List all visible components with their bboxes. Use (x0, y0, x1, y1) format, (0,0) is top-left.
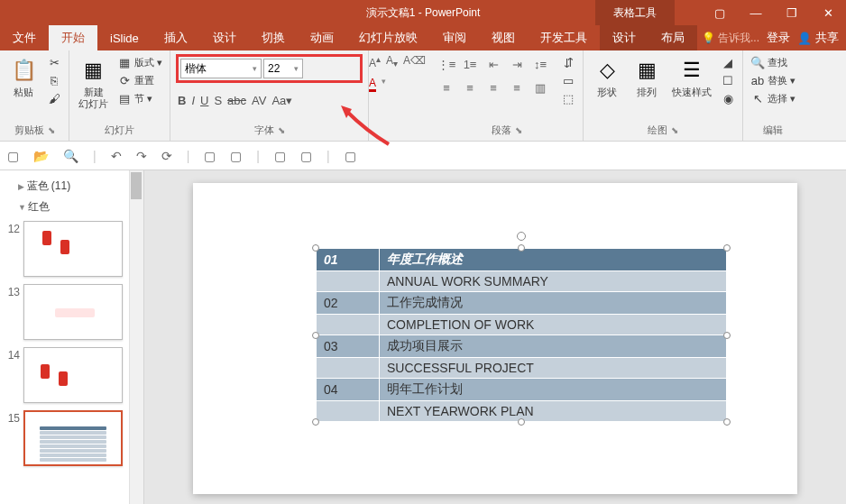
cut-button[interactable]: ✂ (45, 54, 63, 70)
tab-review[interactable]: 审阅 (430, 25, 479, 50)
line-spacing-button[interactable]: ↕≡ (530, 54, 550, 74)
clear-format-button[interactable]: A⌫ (403, 54, 426, 69)
cell-r0-en[interactable]: ANNUAL WORK SUMMARY (380, 271, 727, 292)
content-table[interactable]: 01年度工作概述 ANNUAL WORK SUMMARY 02工作完成情况 CO… (316, 248, 727, 422)
tab-file[interactable]: 文件 (0, 25, 49, 50)
resize-handle-nw[interactable] (312, 244, 319, 252)
arrange-button[interactable]: ▦ 排列 (629, 54, 665, 100)
tab-islide[interactable]: iSlide (97, 25, 152, 50)
paste-button[interactable]: 📋 粘贴 (5, 54, 41, 100)
qat-btn4[interactable]: ▢ (300, 149, 312, 163)
copy-button[interactable]: ⎘ (45, 72, 63, 88)
increase-indent-button[interactable]: ⇥ (507, 54, 527, 74)
cell-r1-en-num[interactable] (317, 315, 380, 335)
qat-save-icon[interactable]: 🔍 (63, 149, 78, 163)
qat-btn3[interactable]: ▢ (274, 149, 286, 163)
qat-btn2[interactable]: ▢ (230, 149, 242, 163)
cell-r2-en-num[interactable] (317, 358, 380, 379)
tab-transitions[interactable]: 切换 (249, 25, 298, 50)
login-button[interactable]: 登录 (767, 30, 790, 46)
qat-refresh-icon[interactable]: ⟳ (161, 149, 172, 163)
cell-r1-zh[interactable]: 工作完成情况 (380, 292, 727, 315)
resize-handle-se[interactable] (723, 418, 731, 426)
thumb-12[interactable]: 12 (0, 217, 143, 280)
select-button[interactable]: ↖选择 ▾ (749, 90, 797, 106)
italic-button[interactable]: I (191, 94, 195, 107)
rotate-handle[interactable] (517, 232, 526, 241)
quick-styles-button[interactable]: ☰ 快速样式 (668, 54, 715, 100)
drawing-launcher[interactable]: ⬊ (671, 125, 678, 135)
tab-slideshow[interactable]: 幻灯片放映 (346, 25, 430, 50)
text-direction-button[interactable]: ⇵ (559, 54, 577, 70)
shape-outline-button[interactable]: ☐ (719, 72, 737, 88)
cell-r3-en-num[interactable] (317, 401, 380, 422)
tab-design[interactable]: 设计 (200, 25, 249, 50)
align-left-button[interactable]: ≡ (437, 78, 456, 97)
font-color-button[interactable]: A (369, 77, 376, 92)
bold-button[interactable]: B (178, 94, 186, 107)
section-button[interactable]: ▤节 ▾ (115, 90, 164, 106)
char-spacing-button[interactable]: AV (252, 94, 266, 107)
qat-btn5[interactable]: ▢ (345, 149, 356, 163)
resize-handle-e[interactable] (723, 332, 731, 339)
align-center-button[interactable]: ≡ (460, 78, 480, 97)
panel-scrollbar[interactable] (129, 170, 143, 504)
resize-handle-sw[interactable] (312, 418, 319, 426)
resize-handle-n[interactable] (518, 244, 525, 252)
decrease-font-button[interactable]: A▾ (386, 54, 398, 69)
underline-button[interactable]: U (200, 94, 208, 107)
outline-group-red[interactable]: 红色 (0, 197, 143, 217)
qat-btn1[interactable]: ▢ (204, 149, 216, 163)
restore-button[interactable]: ❐ (774, 0, 810, 25)
columns-button[interactable]: ▥ (530, 78, 550, 97)
tab-table-design[interactable]: 设计 (600, 25, 648, 50)
paragraph-launcher[interactable]: ⬊ (515, 125, 522, 135)
shape-fill-button[interactable]: ◢ (719, 54, 737, 70)
increase-font-button[interactable]: A▴ (369, 54, 381, 69)
shapes-button[interactable]: ◇ 形状 (589, 54, 625, 100)
slide-canvas[interactable]: 01年度工作概述 ANNUAL WORK SUMMARY 02工作完成情况 CO… (144, 170, 846, 504)
tab-animations[interactable]: 动画 (298, 25, 346, 50)
qat-undo-icon[interactable]: ↶ (111, 149, 122, 163)
thumb-13[interactable]: 13 (0, 280, 143, 344)
close-button[interactable]: ✕ (810, 0, 846, 25)
thumb-14[interactable]: 14 (0, 344, 143, 407)
cell-r2-zh[interactable]: 成功项目展示 (380, 335, 727, 358)
shape-effects-button[interactable]: ◉ (719, 90, 737, 106)
cell-r0-num[interactable]: 01 (317, 249, 380, 271)
cell-r0-zh[interactable]: 年度工作概述 (380, 249, 727, 271)
align-text-button[interactable]: ▭ (559, 72, 577, 88)
ribbon-options-icon[interactable]: ▢ (702, 0, 738, 25)
decrease-indent-button[interactable]: ⇤ (483, 54, 503, 74)
format-painter-button[interactable]: 🖌 (45, 90, 63, 106)
font-size-input[interactable]: 22▾ (263, 59, 303, 78)
smartart-button[interactable]: ⬚ (559, 90, 577, 106)
font-launcher[interactable]: ⬊ (278, 125, 285, 135)
outline-group-blue[interactable]: 蓝色 (11) (0, 176, 143, 197)
resize-handle-ne[interactable] (723, 244, 731, 252)
font-name-input[interactable]: 楷体▾ (180, 59, 262, 78)
share-button[interactable]: 👤 共享 (797, 30, 839, 46)
tab-view[interactable]: 视图 (479, 25, 528, 50)
find-button[interactable]: 🔍查找 (749, 54, 797, 70)
qat-open-icon[interactable]: 📂 (33, 149, 49, 163)
align-right-button[interactable]: ≡ (483, 78, 503, 97)
tab-developer[interactable]: 开发工具 (528, 25, 600, 50)
qat-redo-icon[interactable]: ↷ (136, 149, 147, 163)
clipboard-launcher[interactable]: ⬊ (48, 125, 55, 135)
bullets-button[interactable]: ⋮≡ (437, 54, 456, 74)
minimize-button[interactable]: — (738, 0, 774, 25)
reset-button[interactable]: ⟳重置 (115, 72, 164, 88)
shadow-button[interactable]: S (214, 94, 222, 107)
cell-r2-en[interactable]: SUCCESSFUL PROJECT (380, 358, 727, 379)
cell-r2-num[interactable]: 03 (317, 335, 380, 358)
strike-button[interactable]: abc (227, 94, 246, 107)
replace-button[interactable]: ab替换 ▾ (749, 72, 797, 88)
cell-r3-en[interactable]: NEXT YEARWORK PLAN (380, 401, 727, 422)
tell-me-input[interactable]: 💡 告诉我... (702, 31, 759, 46)
cell-r1-num[interactable]: 02 (317, 292, 380, 315)
justify-button[interactable]: ≡ (507, 78, 527, 97)
cell-r3-num[interactable]: 04 (317, 379, 380, 401)
selected-table[interactable]: 01年度工作概述 ANNUAL WORK SUMMARY 02工作完成情况 CO… (316, 248, 727, 422)
tab-table-layout[interactable]: 布局 (648, 25, 697, 50)
